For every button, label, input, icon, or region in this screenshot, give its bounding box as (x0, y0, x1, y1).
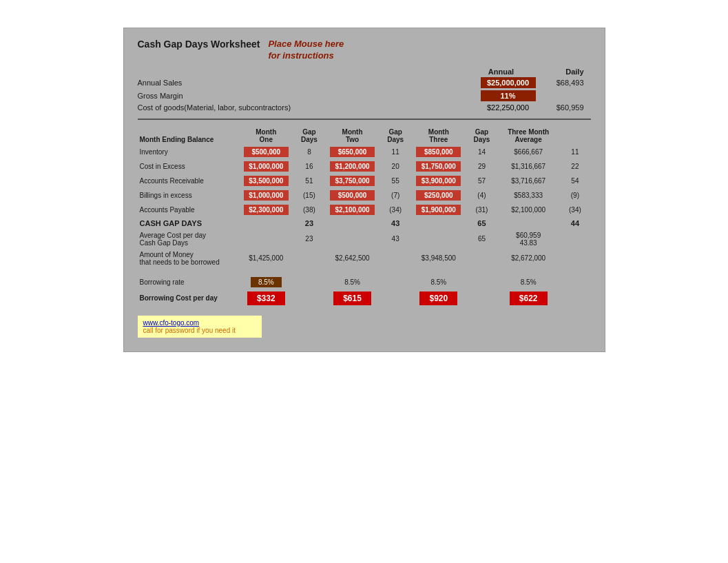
table-row: Cost in Excess $1,000,000 16 $1,200,000 … (138, 159, 591, 174)
bi-m1: $1,000,000 (238, 188, 293, 203)
amt-m2: $2,642,500 (324, 249, 379, 268)
instructions-line1: Place Mouse here (268, 39, 344, 49)
annual-section: Annual Daily Annual Sales $25,000,000 $6… (138, 68, 591, 112)
footer-note: call for password if you need it (143, 327, 256, 334)
ce-avg-g: 22 (559, 159, 590, 174)
inv-g2: 11 (380, 145, 411, 159)
worksheet: Cash Gap Days Worksheet Place Mouse here… (123, 28, 605, 352)
bi-g3: (4) (466, 188, 497, 203)
gross-margin-value: 11% (474, 90, 543, 101)
footer-link[interactable]: www.cfo-togo.com (143, 319, 256, 327)
bi-avg-g: (9) (559, 188, 590, 203)
daily-col-header: Daily (536, 68, 584, 76)
inv-avg-g: 11 (559, 145, 590, 159)
acd-g3: 65 (466, 229, 497, 249)
th-avg-gap (559, 127, 590, 145)
ap-g2: (34) (380, 203, 411, 217)
cost-excess-label: Cost in Excess (138, 159, 239, 174)
bc-avg: $622 (497, 289, 559, 307)
bc-g2 (380, 289, 411, 307)
bc-g3 (466, 289, 497, 307)
main-table: Month Ending Balance MonthOne GapDays Mo… (138, 127, 591, 307)
cg-g3: 65 (466, 217, 497, 229)
borrow-rate-label: Borrowing rate (138, 275, 239, 289)
ap-label: Accounts Payable (138, 203, 239, 217)
acd-avg: $60,959 43.83 (497, 229, 559, 249)
cash-gap-label: CASH GAP DAYS (138, 217, 239, 229)
borrow-cost-row: Borrowing Cost per day $332 $615 $920 $6… (138, 289, 591, 307)
cash-gap-row: CASH GAP DAYS 23 43 65 44 (138, 217, 591, 229)
amt-avg-g (559, 249, 590, 268)
ap-m3: $1,900,000 (411, 203, 466, 217)
th-gap1: GapDays (293, 127, 324, 145)
amt-g1 (293, 249, 324, 268)
br-g1 (293, 275, 324, 289)
ap-avg: $2,100,000 (497, 203, 559, 217)
ap-g1: (38) (293, 203, 324, 217)
ap-m2: $2,100,000 (324, 203, 379, 217)
cg-avg-empty (497, 217, 559, 229)
br-m3: 8.5% (411, 275, 466, 289)
ar-g1: 51 (293, 174, 324, 188)
annual-col-header: Annual (467, 68, 536, 76)
table-header-row: Month Ending Balance MonthOne GapDays Mo… (138, 127, 591, 145)
cg-avg-g: 44 (559, 217, 590, 229)
bi-m3: $250,000 (411, 188, 466, 203)
billings-label: Billings in excess (138, 188, 239, 203)
annual-sales-label: Annual Sales (138, 79, 474, 87)
amount-label: Amount of Moneythat needs to be borrowed (138, 249, 239, 268)
inv-m3: $850,000 (411, 145, 466, 159)
bc-m3: $920 (411, 289, 466, 307)
header-section: Cash Gap Days Worksheet Place Mouse here… (138, 39, 591, 62)
avg-cost-label: Average Cost per dayCash Gap Days (138, 229, 239, 249)
br-avg-g (559, 275, 590, 289)
inv-g3: 14 (466, 145, 497, 159)
cg-m3-empty (411, 217, 466, 229)
acd-avg-g (559, 229, 590, 249)
ce-m3: $1,750,000 (411, 159, 466, 174)
acd-m1 (238, 229, 293, 249)
footer-box: www.cfo-togo.com call for password if yo… (138, 316, 262, 338)
br-g3 (466, 275, 497, 289)
ar-m1: $3,500,000 (238, 174, 293, 188)
borrow-rate-row: Borrowing rate 8.5% 8.5% 8.5% 8.5% (138, 275, 591, 289)
instructions-text[interactable]: Place Mouse here for instructions (268, 39, 344, 62)
gross-margin-row: Gross Margin 11% (138, 90, 591, 101)
gross-margin-badge: 11% (481, 90, 536, 101)
amt-avg: $2,672,000 (497, 249, 559, 268)
inv-avg: $666,667 (497, 145, 559, 159)
bc-g1 (293, 289, 324, 307)
table-row: Accounts Receivable $3,500,000 51 $3,750… (138, 174, 591, 188)
ar-g3: 57 (466, 174, 497, 188)
bi-m2: $500,000 (324, 188, 379, 203)
cogs-label: Cost of goods(Material, labor, subcontra… (138, 103, 474, 112)
cogs-row: Cost of goods(Material, labor, subcontra… (138, 103, 591, 112)
ce-m2: $1,200,000 (324, 159, 379, 174)
ap-m1: $2,300,000 (238, 203, 293, 217)
inv-m2: $650,000 (324, 145, 379, 159)
bc-avg-g (559, 289, 590, 307)
cogs-value: $22,250,000 (474, 103, 543, 112)
acd-g2: 43 (380, 229, 411, 249)
acd-g1: 23 (293, 229, 324, 249)
cg-g2: 43 (380, 217, 411, 229)
ar-m3: $3,900,000 (411, 174, 466, 188)
bc-m1: $332 (238, 289, 293, 307)
ce-g3: 29 (466, 159, 497, 174)
br-m1: 8.5% (238, 275, 293, 289)
inventory-label: Inventory (138, 145, 239, 159)
acd-m2 (324, 229, 379, 249)
bc-m2: $615 (324, 289, 379, 307)
ce-g1: 16 (293, 159, 324, 174)
th-gap3: GapDays (466, 127, 497, 145)
cg-m2-empty (324, 217, 379, 229)
amt-g3 (466, 249, 497, 268)
borrow-cost-label: Borrowing Cost per day (138, 289, 239, 307)
annual-sales-badge: $25,000,000 (481, 77, 536, 88)
ar-label: Accounts Receivable (138, 174, 239, 188)
table-row: Accounts Payable $2,300,000 (38) $2,100,… (138, 203, 591, 217)
bi-g2: (7) (380, 188, 411, 203)
cg-g1: 23 (293, 217, 324, 229)
br-avg: 8.5% (497, 275, 559, 289)
annual-header: Annual Daily (138, 68, 591, 76)
